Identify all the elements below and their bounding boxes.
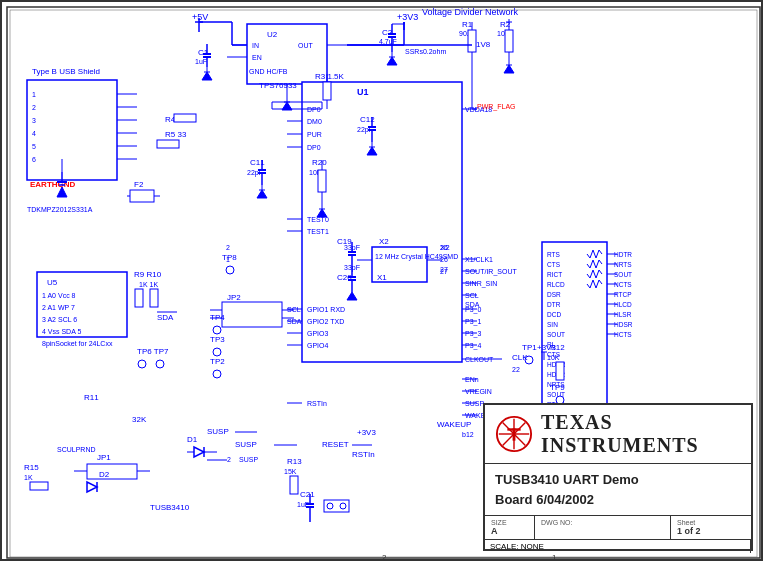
svg-text:CTS: CTS [547,261,561,268]
svg-text:1K: 1K [24,474,33,481]
svg-rect-311 [324,500,349,512]
svg-text:2: 2 [382,553,387,561]
svg-text:GPIO2 TXD: GPIO2 TXD [307,318,344,325]
svg-text:TP2: TP2 [210,357,225,366]
svg-rect-148 [27,80,117,180]
svg-text:R1: R1 [462,20,473,29]
board-title-line1: TUSB3410 UART Demo [495,470,741,490]
svg-text:SOUT/IR_SOUT: SOUT/IR_SOUT [465,268,517,276]
svg-rect-175 [157,140,179,148]
svg-text:TDKMPZ2012S331A: TDKMPZ2012S331A [27,206,93,213]
svg-text:1K  1K: 1K 1K [139,281,158,288]
svg-point-260 [213,326,221,334]
main-container: +5V +3V3 Voltage Divider Network U2 IN O… [0,0,763,561]
svg-text:SUSP: SUSP [239,456,258,463]
svg-text:F2: F2 [134,180,144,189]
svg-text:DM0: DM0 [307,118,322,125]
svg-rect-283 [87,464,137,479]
svg-text:RESET: RESET [322,440,349,449]
svg-point-223 [226,266,234,274]
svg-text:1uF: 1uF [195,58,207,65]
svg-text:R20: R20 [312,158,327,167]
svg-text:TEST1: TEST1 [307,228,329,235]
svg-rect-272 [556,362,564,380]
svg-text:X2: X2 [379,237,389,246]
svg-rect-303 [290,476,298,494]
svg-text:TP6  TP7: TP6 TP7 [137,347,169,356]
svg-text:15K: 15K [284,468,297,475]
svg-text:b12: b12 [462,431,474,438]
board-title-line2: Board 6/04/2002 [495,490,741,510]
company-name: TEXAS INSTRUMENTS [541,411,741,457]
title-block-info: SIZE A DWG NO: Sheet 1 of 2 [485,516,751,539]
svg-text:GPIO1 RXD: GPIO1 RXD [307,306,345,313]
svg-text:RICT: RICT [547,271,562,278]
svg-text:22: 22 [512,366,520,373]
svg-text:8pinSocket for 24LCxx: 8pinSocket for 24LCxx [42,340,113,348]
svg-text:1: 1 [226,256,230,263]
svg-text:SIN: SIN [547,321,558,328]
svg-text:TPS76933: TPS76933 [259,81,297,90]
svg-text:4 Vss SDA 5: 4 Vss SDA 5 [42,328,81,335]
svg-rect-168 [130,190,154,202]
svg-text:1V8: 1V8 [476,40,491,49]
svg-text:3: 3 [32,117,36,124]
svg-text:RTS: RTS [547,251,561,258]
svg-text:GND HC/FB: GND HC/FB [249,68,288,75]
svg-text:SUSP: SUSP [235,440,257,449]
svg-text:Voltage Divider Network: Voltage Divider Network [422,7,519,17]
svg-text:TP4: TP4 [210,313,225,322]
size-cell: SIZE A [485,516,535,539]
svg-text:R3  1.5K: R3 1.5K [315,72,345,81]
svg-text:WAKEUP: WAKEUP [437,420,471,429]
svg-point-262 [213,348,221,356]
ti-logo-icon [495,415,533,453]
svg-rect-364 [513,428,516,440]
svg-text:PWR_FLAG: PWR_FLAG [477,103,516,111]
svg-text:IN: IN [252,42,259,49]
svg-rect-48 [468,30,476,52]
svg-text:10K: 10K [547,354,560,361]
dwg-label: DWG NO: [541,519,664,526]
svg-text:X1: X1 [377,273,387,282]
svg-text:R12: R12 [550,343,565,352]
svg-text:C21: C21 [300,490,315,499]
svg-text:26: 26 [440,256,448,263]
svg-text:EARTHGND: EARTHGND [30,180,76,189]
svg-text:JP2: JP2 [227,293,241,302]
svg-text:C12: C12 [360,115,375,124]
svg-text:U2: U2 [267,30,278,39]
svg-text:GPIO3: GPIO3 [307,330,329,337]
svg-text:GPIO4: GPIO4 [307,342,329,349]
svg-text:2: 2 [227,456,231,463]
svg-rect-186 [150,289,158,307]
svg-text:R9  R10: R9 R10 [134,270,162,279]
svg-text:R11: R11 [84,393,99,402]
svg-text:DSR: DSR [547,291,561,298]
svg-rect-194 [222,302,282,327]
svg-text:OUT: OUT [298,42,314,49]
svg-text:4: 4 [32,130,36,137]
svg-text:3 A2  SCL 6: 3 A2 SCL 6 [42,316,77,323]
svg-text:EN: EN [252,54,262,61]
svg-text:1: 1 [32,91,36,98]
sheet-cell: Sheet 1 of 2 [671,516,751,539]
svg-text:TUSB3410: TUSB3410 [150,503,190,512]
svg-text:1: 1 [552,553,557,561]
svg-text:SINR_SIN: SINR_SIN [465,280,497,288]
svg-text:SSRs0.2ohm: SSRs0.2ohm [405,48,446,55]
svg-text:SDA: SDA [287,318,302,325]
svg-text:+5V: +5V [192,12,208,22]
svg-text:JP1: JP1 [97,453,111,462]
svg-text:SUSP: SUSP [207,427,229,436]
svg-rect-117 [323,82,331,100]
sheet-label: Sheet [677,519,745,526]
svg-text:32K: 32K [132,415,147,424]
svg-text:5: 5 [32,143,36,150]
svg-text:2: 2 [226,244,230,251]
svg-text:TP3: TP3 [210,335,225,344]
svg-text:R5  33: R5 33 [165,130,187,139]
scale-value: SCALE: NONE [485,540,751,553]
svg-text:C19: C19 [337,237,352,246]
svg-text:27: 27 [440,266,448,273]
